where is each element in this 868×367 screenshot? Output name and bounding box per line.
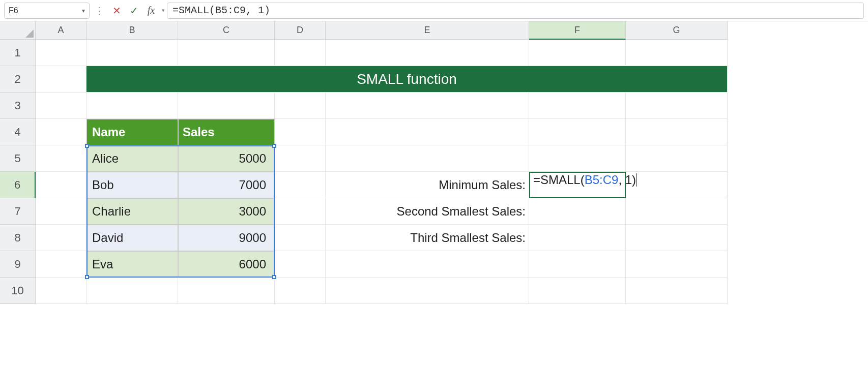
cancel-button[interactable]: ✕ — [109, 3, 124, 18]
select-all-corner[interactable] — [0, 21, 36, 40]
cell-C10[interactable] — [178, 278, 275, 304]
cell-C9[interactable]: 6000 — [178, 251, 275, 278]
cell-A6[interactable] — [36, 172, 86, 198]
cell-B6[interactable]: Bob — [86, 172, 178, 198]
cell-D6[interactable] — [275, 172, 326, 198]
cell-A1[interactable] — [36, 40, 86, 66]
cell-C6[interactable]: 7000 — [178, 172, 275, 198]
row-header-9[interactable]: 9 — [0, 251, 36, 278]
cell-G5[interactable] — [626, 145, 728, 172]
cell-C3[interactable] — [178, 93, 275, 119]
col-header-D[interactable]: D — [275, 21, 326, 40]
cell-G6[interactable] — [626, 172, 728, 198]
cell-E9[interactable] — [326, 251, 529, 278]
cell-F1[interactable] — [529, 40, 626, 66]
formula-bar: F6 ▾ ⋮ ✕ ✓ fx ▾ =SMALL(B5:C9, 1) — [0, 0, 868, 21]
cell-D7[interactable] — [275, 198, 326, 225]
table-header-sales[interactable]: Sales — [178, 119, 275, 145]
cell-A7[interactable] — [36, 198, 86, 225]
cell-F9[interactable] — [529, 251, 626, 278]
spreadsheet-grid[interactable]: A B C D E F G 1 2 SMALL function 3 4 Nam… — [0, 21, 868, 304]
cell-G9[interactable] — [626, 251, 728, 278]
insert-function-button[interactable]: fx — [143, 3, 159, 18]
row-header-10[interactable]: 10 — [0, 278, 36, 304]
separator: ⋮ — [92, 5, 107, 16]
cell-B7[interactable]: Charlie — [86, 198, 178, 225]
cell-D5[interactable] — [275, 145, 326, 172]
cell-C5[interactable]: 5000 — [178, 145, 275, 172]
cell-A4[interactable] — [36, 119, 86, 145]
cell-D8[interactable] — [275, 225, 326, 251]
row-header-5[interactable]: 5 — [0, 145, 36, 172]
cell-D3[interactable] — [275, 93, 326, 119]
row-header-4[interactable]: 4 — [0, 119, 36, 145]
cell-A9[interactable] — [36, 251, 86, 278]
cell-G1[interactable] — [626, 40, 728, 66]
chevron-down-icon[interactable]: ▾ — [162, 7, 165, 14]
col-header-F[interactable]: F — [529, 21, 626, 40]
cell-A5[interactable] — [36, 145, 86, 172]
cell-B1[interactable] — [86, 40, 178, 66]
cell-D1[interactable] — [275, 40, 326, 66]
name-box[interactable]: F6 ▾ — [4, 3, 90, 19]
cell-D4[interactable] — [275, 119, 326, 145]
cell-B9[interactable]: Eva — [86, 251, 178, 278]
cell-G8[interactable] — [626, 225, 728, 251]
formula-input[interactable]: =SMALL(B5:C9, 1) — [167, 3, 864, 19]
cell-F5[interactable] — [529, 145, 626, 172]
col-header-A[interactable]: A — [36, 21, 86, 40]
cell-F10[interactable] — [529, 278, 626, 304]
cell-A3[interactable] — [36, 93, 86, 119]
cell-E10[interactable] — [326, 278, 529, 304]
cell-G7[interactable] — [626, 198, 728, 225]
chevron-down-icon[interactable]: ▾ — [82, 7, 85, 14]
name-box-text: F6 — [9, 6, 18, 15]
cell-F6[interactable] — [529, 172, 626, 198]
cell-D9[interactable] — [275, 251, 326, 278]
table-header-name[interactable]: Name — [86, 119, 178, 145]
cell-B8[interactable]: David — [86, 225, 178, 251]
cell-E1[interactable] — [326, 40, 529, 66]
cell-G4[interactable] — [626, 119, 728, 145]
row-header-8[interactable]: 8 — [0, 225, 36, 251]
cell-F7[interactable] — [529, 198, 626, 225]
col-header-C[interactable]: C — [178, 21, 275, 40]
row-header-3[interactable]: 3 — [0, 93, 36, 119]
label-third-smallest[interactable]: Third Smallest Sales: — [326, 225, 529, 251]
label-second-smallest[interactable]: Second Smallest Sales: — [326, 198, 529, 225]
cell-C1[interactable] — [178, 40, 275, 66]
cell-C7[interactable]: 3000 — [178, 198, 275, 225]
cell-G3[interactable] — [626, 93, 728, 119]
row-header-6[interactable]: 6 — [0, 172, 36, 198]
enter-button[interactable]: ✓ — [126, 3, 141, 18]
cell-F8[interactable] — [529, 225, 626, 251]
cell-B5[interactable]: Alice — [86, 145, 178, 172]
cell-A2[interactable] — [36, 66, 86, 93]
cell-E4[interactable] — [326, 119, 529, 145]
title-banner[interactable]: SMALL function — [86, 66, 728, 93]
cell-A8[interactable] — [36, 225, 86, 251]
col-header-B[interactable]: B — [86, 21, 178, 40]
cell-F3[interactable] — [529, 93, 626, 119]
cell-C8[interactable]: 9000 — [178, 225, 275, 251]
cell-B10[interactable] — [86, 278, 178, 304]
cell-E5[interactable] — [326, 145, 529, 172]
cell-A10[interactable] — [36, 278, 86, 304]
cell-B3[interactable] — [86, 93, 178, 119]
cell-G10[interactable] — [626, 278, 728, 304]
label-minimum-sales[interactable]: Minimum Sales: — [326, 172, 529, 198]
col-header-E[interactable]: E — [326, 21, 529, 40]
row-header-7[interactable]: 7 — [0, 198, 36, 225]
row-header-1[interactable]: 1 — [0, 40, 36, 66]
cell-E3[interactable] — [326, 93, 529, 119]
fx-icon: fx — [148, 5, 155, 16]
row-header-2[interactable]: 2 — [0, 66, 36, 93]
col-header-G[interactable]: G — [626, 21, 728, 40]
formula-bar-text: =SMALL(B5:C9, 1) — [172, 5, 270, 16]
cell-D10[interactable] — [275, 278, 326, 304]
cell-F4[interactable] — [529, 119, 626, 145]
